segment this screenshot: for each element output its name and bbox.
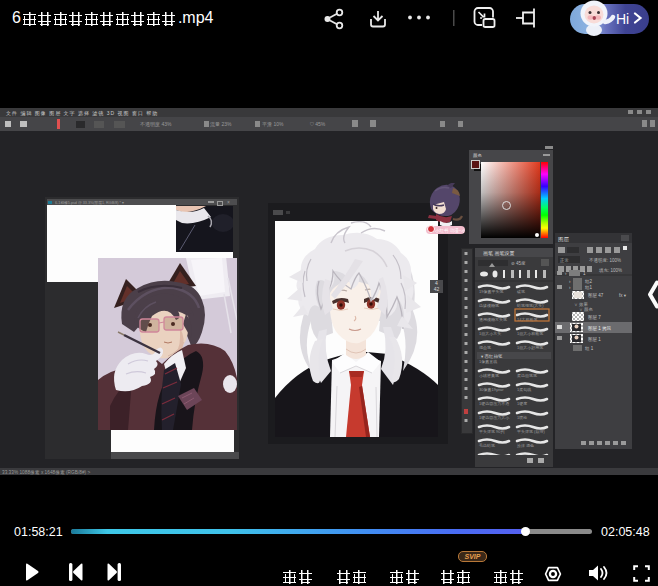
svg-text:涂抹 调色: 涂抹 调色 [517,443,534,449]
svg-text:图层 47: 图层 47 [588,293,604,298]
svg-text:画笔 画笔设置: 画笔 画笔设置 [483,250,514,256]
svg-text:▾ 西红柿笔: ▾ 西红柿笔 [481,353,503,359]
svg-text:›: › [569,279,571,284]
svg-text:平滑 10%: 平滑 10% [262,121,284,128]
svg-text:1硬边圆压力大小: 1硬边圆压力大小 [479,415,509,421]
svg-text:组1: 组1 [585,285,593,290]
svg-text:正常: 正常 [559,257,569,263]
svg-text:19像素平头笔: 19像素平头笔 [479,289,503,294]
svg-text:1像素直线: 1像素直线 [479,359,497,364]
svg-text:1: 1 [583,271,586,276]
svg-text:1画大小好用笔: 1画大小好用笔 [517,345,543,351]
svg-text:⊘ 45度: ⊘ 45度 [511,261,526,266]
svg-text:›: › [565,271,567,276]
svg-text:1硬度: 1硬度 [517,401,527,407]
svg-text:不透明度 43%: 不透明度 43% [140,121,172,128]
svg-text:1柔勾线: 1柔勾线 [517,387,531,393]
svg-text:混合笔: 混合笔 [479,345,491,351]
svg-text:图层: 图层 [558,236,570,243]
svg-text:1画大小粗糙笔: 1画大小粗糙笔 [517,331,543,336]
svg-text:30像素19year: 30像素19year [479,387,504,392]
svg-text:不透明度: 100%: 不透明度: 100% [589,257,621,263]
svg-text:组 1: 组 1 [585,346,594,351]
svg-text:平头湿笔 (纹理): 平头湿笔 (纹理) [517,429,545,434]
svg-text:fx ▾: fx ▾ [619,293,627,298]
svg-text:1硬边圆压力不透: 1硬边圆压力不透 [479,401,509,407]
svg-text:蜡笔细笔(大头): 蜡笔细笔(大头) [517,303,544,308]
svg-text:组2: 组2 [585,279,593,284]
svg-text:1喷枪: 1喷枪 [517,415,527,420]
svg-text:1画大小方头: 1画大小方头 [479,331,501,336]
svg-text:小绒密集笔: 小绒密集笔 [479,373,499,378]
svg-text:毛边蜡笔: 毛边蜡笔 [479,443,495,448]
svg-text:柔边画笔笔: 柔边画笔笔 [517,373,537,378]
svg-text:边缘模糊笔: 边缘模糊笔 [479,303,499,308]
svg-text:›: › [569,285,571,290]
svg-text:⛉ 45%: ⛉ 45% [310,121,326,127]
svg-text:流量 23%: 流量 23% [210,121,232,128]
svg-text:平头湿笔 90判: 平头湿笔 90判 [479,429,505,435]
svg-text:图层 1: 图层 1 [588,337,601,342]
svg-text:图层 7: 图层 7 [588,315,601,320]
svg-text:碳笔: 碳笔 [516,289,525,294]
svg-text:∨ 颜色: ∨ 颜色 [579,307,593,312]
svg-text:通用模糊方头笔: 通用模糊方头笔 [479,317,507,322]
